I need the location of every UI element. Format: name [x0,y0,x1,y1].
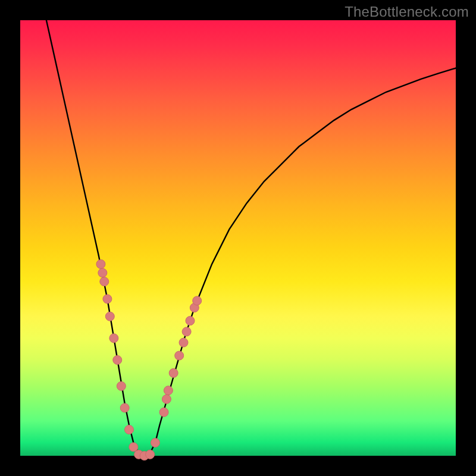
markers-group [96,259,202,460]
data-marker [98,268,107,277]
data-marker [151,439,159,447]
data-marker [129,443,138,452]
data-marker [96,259,105,268]
data-marker [175,351,184,360]
data-marker [125,425,134,434]
data-marker [182,327,191,336]
plot-area [20,20,456,456]
bottleneck-curve [46,20,456,456]
curve-svg [20,20,456,456]
chart-frame: TheBottleneck.com [0,0,476,476]
data-marker [105,312,114,321]
data-marker [164,386,173,395]
data-marker [109,334,118,343]
data-marker [193,296,202,305]
data-marker [146,450,155,459]
data-marker [113,355,122,364]
data-marker [169,368,178,377]
data-marker [103,295,112,303]
watermark-text: TheBottleneck.com [345,4,469,20]
data-marker [120,403,129,412]
data-marker [179,338,188,347]
data-marker [162,394,171,403]
data-marker [117,381,126,390]
data-marker [159,408,168,416]
data-marker [186,317,195,325]
data-marker [100,277,109,286]
